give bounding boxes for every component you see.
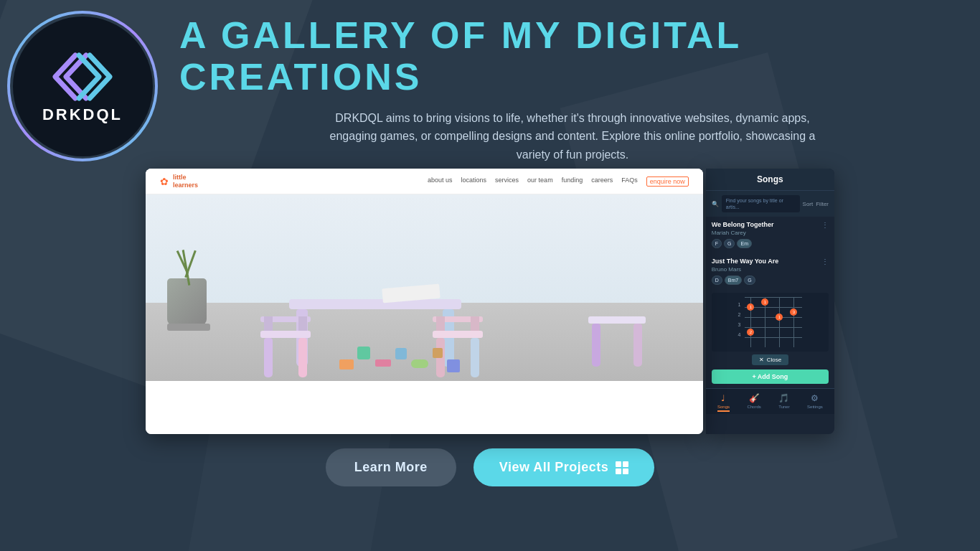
- songs-tab-chords[interactable]: 🎸 Chords: [747, 393, 760, 412]
- fret-num-4: 4: [738, 332, 740, 337]
- add-song-button[interactable]: + Add Song: [712, 369, 829, 384]
- page-title: A GALLERY OF MY DIGITAL CREATIONS: [179, 15, 966, 97]
- scene-chair-1: [260, 331, 311, 338]
- grid-icon: [616, 461, 628, 474]
- song-2-artist: Bruno Mars: [712, 266, 779, 273]
- chord-dot-3: 3: [790, 309, 797, 316]
- mockup-logo-text: littlelearners: [173, 174, 198, 189]
- songs-sort-button[interactable]: Sort: [803, 201, 814, 207]
- song-1-artist: Mariah Carey: [712, 230, 774, 236]
- scene-stool: [588, 316, 646, 324]
- songs-search-input[interactable]: Find your songs by title or artis...: [722, 195, 800, 212]
- view-projects-label: View All Projects: [499, 460, 609, 475]
- chord-dot-5: 2: [747, 329, 754, 336]
- scene-chair-2: [433, 331, 483, 338]
- song-1-title: We Belong Together: [712, 221, 774, 228]
- page-subtitle: DRKDQL aims to bring visions to life, wh…: [329, 109, 816, 164]
- website-mockup: ✿ littlelearners about us locations serv…: [146, 169, 703, 434]
- nav-link-services: services: [495, 176, 519, 187]
- grid-cell-2: [623, 461, 628, 467]
- songs-tab-songs-label: Songs: [717, 405, 730, 409]
- songs-tab-settings[interactable]: ⚙ Settings: [807, 393, 823, 412]
- logo-circle: DRKDQL: [7, 11, 158, 161]
- grid-cell-1: [616, 461, 621, 467]
- main-container: DRKDQL A GALLERY OF MY DIGITAL CREATIONS…: [0, 0, 980, 551]
- song-2-info: Just The Way You Are Bruno Mars: [712, 258, 779, 276]
- songs-tab-tuner-icon: 🎵: [778, 393, 789, 403]
- songs-tab-chords-icon: 🎸: [749, 393, 760, 403]
- website-mockup-preview: ✿ littlelearners about us locations serv…: [146, 169, 703, 434]
- songs-filter-button[interactable]: Filter: [816, 201, 829, 207]
- song-2-title: Just The Way You Are: [712, 258, 779, 265]
- fret-num-1: 1: [738, 302, 740, 307]
- song-1-menu-icon[interactable]: ⋮: [821, 221, 829, 229]
- chord-G[interactable]: G: [724, 239, 735, 248]
- songs-tab-songs-icon: ♩: [721, 393, 725, 403]
- song-item-2: Just The Way You Are Bruno Mars ⋮ D Bm7 …: [706, 253, 834, 290]
- mockup-navbar: ✿ littlelearners about us locations serv…: [146, 169, 703, 194]
- close-chord-button[interactable]: ✕ Close: [752, 354, 788, 365]
- songs-tab-tuner-label: Tuner: [778, 405, 789, 409]
- nav-link-funding: funding: [562, 176, 583, 187]
- song-item-1: We Belong Together Mariah Carey ⋮ F G Em: [706, 217, 834, 253]
- gallery-preview: ✿ littlelearners about us locations serv…: [146, 169, 834, 434]
- header-row: DRKDQL A GALLERY OF MY DIGITAL CREATIONS…: [0, 0, 980, 169]
- fret-num-3: 3: [738, 322, 740, 327]
- nav-link-careers: careers: [591, 176, 613, 187]
- chord-grid: 1 2 3 4 1 1 3 1 2: [738, 297, 802, 347]
- action-buttons: Learn More View All Projects: [326, 448, 655, 486]
- chord-F[interactable]: F: [712, 239, 722, 248]
- songs-bottom-tabs: ♩ Songs 🎸 Chords 🎵 Tuner ⚙ Settings: [706, 388, 834, 414]
- grid-cell-4: [623, 468, 628, 474]
- song-1-info: We Belong Together Mariah Carey: [712, 221, 774, 239]
- learn-more-button[interactable]: Learn More: [326, 448, 456, 486]
- chord-Em[interactable]: Em: [737, 239, 752, 248]
- nav-link-about: about us: [428, 176, 453, 187]
- chord-Bm7[interactable]: Bm7: [725, 276, 742, 285]
- scene-floor: [146, 303, 703, 381]
- song-2-menu-icon[interactable]: ⋮: [821, 258, 829, 265]
- logo-brand-text: DRKDQL: [42, 105, 123, 124]
- chord-diagram: 1 2 3 4 1 1 3 1 2: [712, 293, 829, 352]
- view-projects-button[interactable]: View All Projects: [473, 448, 655, 486]
- nav-link-enquire: enquire now: [646, 176, 689, 187]
- fret-num-2: 2: [738, 312, 740, 317]
- songs-tab-settings-label: Settings: [807, 405, 823, 409]
- nav-link-locations: locations: [461, 176, 487, 187]
- logo-container: DRKDQL: [7, 11, 165, 169]
- chord-dot-2: 1: [747, 303, 754, 311]
- content-area: ✿ littlelearners about us locations serv…: [0, 169, 980, 551]
- header-text-area: A GALLERY OF MY DIGITAL CREATIONS DRKDQL…: [165, 15, 966, 164]
- grid-cell-3: [616, 468, 621, 474]
- mockup-hero-area: helping little learners achieve big mile…: [146, 194, 703, 381]
- songs-search-area: 🔍 Find your songs by title or artis... S…: [706, 191, 834, 217]
- string-3: [779, 297, 780, 347]
- songs-app-preview: Songs 🔍 Find your songs by title or arti…: [706, 169, 834, 434]
- songs-tab-chords-label: Chords: [747, 405, 760, 409]
- mockup-nav-links: about us locations services our team fun…: [428, 176, 689, 187]
- nav-link-team: our team: [527, 176, 553, 187]
- search-placeholder: Find your songs by title or artis...: [726, 198, 783, 209]
- nav-link-faqs: FAQs: [621, 176, 638, 187]
- songs-tab-songs[interactable]: ♩ Songs: [717, 393, 730, 412]
- string-4: [793, 297, 794, 347]
- chord-dot-1: 1: [761, 298, 768, 306]
- scene-table: [289, 299, 461, 309]
- close-label: Close: [767, 357, 781, 363]
- logo-inner: DRKDQL: [13, 17, 153, 156]
- chord-D[interactable]: D: [712, 276, 722, 285]
- songs-app-title: Songs: [706, 169, 834, 191]
- song-2-chords: D Bm7 G: [712, 276, 829, 285]
- song-1-chords: F G Em: [712, 239, 829, 248]
- chord-G2[interactable]: G: [744, 276, 755, 285]
- mockup-logo: ✿ littlelearners: [160, 174, 198, 189]
- plant-pot: [167, 278, 210, 331]
- songs-tab-settings-icon: ⚙: [811, 393, 819, 403]
- songs-tab-tuner[interactable]: 🎵 Tuner: [778, 393, 789, 412]
- mockup-logo-flower-icon: ✿: [160, 176, 169, 187]
- chord-dot-4: 1: [776, 314, 783, 321]
- scene-container: [146, 194, 703, 381]
- songs-tab-underline: [717, 410, 730, 412]
- songs-search-icon: 🔍: [712, 201, 719, 207]
- close-x-icon: ✕: [759, 357, 764, 363]
